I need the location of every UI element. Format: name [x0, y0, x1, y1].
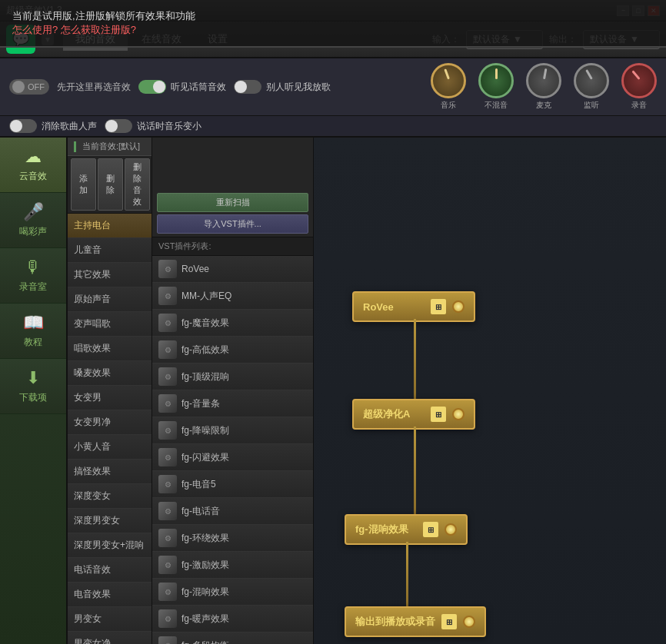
effect-card-label: fg-降噪限制	[181, 424, 229, 437]
remove-music-toggle-group: 消除歌曲人声	[9, 119, 97, 133]
effect-list-item[interactable]: 电音效果	[68, 583, 152, 607]
controls-top-row: OFF 先开这里再选音效 听见话筒音效 别人听见我放歌	[0, 58, 666, 116]
vst-effect-card[interactable]: ⚙fg-混响效果	[152, 579, 313, 606]
remove-music-switch[interactable]	[9, 119, 37, 133]
effect-list-item[interactable]: 女变男净	[68, 410, 152, 435]
list-toolbar: 添加 删除 删除音效	[68, 156, 152, 214]
effect-list-item[interactable]: 儿童音	[68, 238, 152, 263]
unmix-label: 不混音	[485, 100, 508, 111]
chain-node-settings-btn[interactable]: ⊞	[431, 407, 446, 422]
vst-effect-card[interactable]: ⚙fg-音量条	[152, 390, 313, 417]
vst-effect-card[interactable]: ⚙RoVee	[152, 256, 313, 283]
sidebar-item-cheer-label: 喝彩声	[19, 225, 47, 238]
effects-list-items: 主持电台儿童音其它效果原始声音变声唱歌唱歌效果嗓麦效果女变男女变男净小黄人音搞怪…	[68, 214, 152, 644]
effect-list-item[interactable]: 男变女	[68, 607, 152, 632]
effect-card-icon: ⚙	[158, 421, 177, 440]
chain-node-label: RoVee	[363, 301, 425, 313]
inner-layout: ☁ 云音效 🎤 喝彩声 🎙 录音室 📖 教程 ⬇ 下载项	[0, 138, 666, 644]
add-effect-button[interactable]: 添加	[71, 158, 96, 211]
chain-node-settings-btn[interactable]: ⊞	[441, 614, 457, 629]
effect-card-label: fg-混响效果	[181, 586, 229, 599]
sidebar-item-cheer[interactable]: 🎤 喝彩声	[0, 193, 66, 248]
hear-self-switch[interactable]	[138, 80, 166, 94]
import-vst-button[interactable]: 导入VST插件...	[157, 214, 308, 234]
effect-list-item[interactable]: 电话音效	[68, 558, 152, 583]
vst-effect-card[interactable]: ⚙fg-电音5	[152, 471, 313, 498]
chain-node-label: fg-混响效果	[355, 523, 417, 536]
effect-card-label: RoVee	[181, 264, 209, 274]
vst-effect-card[interactable]: ⚙fg-环绕效果	[152, 525, 313, 552]
sidebar-item-cloud-effects[interactable]: ☁ 云音效	[0, 138, 66, 193]
vst-effect-card[interactable]: ⚙fg-多段均衡	[152, 632, 313, 644]
music-label: 音乐	[441, 100, 456, 111]
effect-card-icon: ⚙	[158, 556, 177, 574]
delete-effect-button[interactable]: 删除	[98, 158, 123, 211]
power-toggle[interactable]: OFF	[9, 79, 49, 95]
sidebar-item-studio[interactable]: 🎙 录音室	[0, 248, 66, 304]
effect-list-item[interactable]: 小黄人音	[68, 435, 152, 460]
vst-effect-card[interactable]: ⚙fg-激励效果	[152, 552, 313, 579]
effect-list-item[interactable]: 唱歌效果	[68, 337, 152, 361]
effect-list-item[interactable]: 主持电台	[68, 214, 152, 238]
effect-list-item[interactable]: 嗓麦效果	[68, 361, 152, 386]
remove-music-label: 消除歌曲人声	[42, 120, 97, 133]
notif-bar: 当前音效:[默认]	[68, 138, 152, 156]
chain-node[interactable]: 输出到播放或录音 ⊞	[345, 606, 486, 637]
vst-effect-card[interactable]: ⚙fg-电话音	[152, 498, 313, 525]
vst-effect-card[interactable]: ⚙MM-人声EQ	[152, 283, 313, 310]
monitor-knob[interactable]	[574, 63, 609, 98]
effect-card-icon: ⚙	[158, 287, 177, 305]
chain-node[interactable]: RoVee ⊞	[352, 291, 475, 322]
effect-card-label: fg-电音5	[181, 478, 216, 491]
effect-list-item[interactable]: 深度变女	[68, 484, 152, 509]
hear-self-label: 听见话筒音效	[171, 81, 226, 94]
hear-others-switch[interactable]	[234, 80, 261, 94]
vst-effect-card[interactable]: ⚙fg-降噪限制	[152, 417, 313, 444]
effect-list-item[interactable]: 男变女净	[68, 632, 152, 644]
effect-list-item[interactable]: 深度男变女	[68, 509, 152, 533]
rescan-button[interactable]: 重新扫描	[157, 193, 308, 212]
unmix-knob[interactable]	[478, 63, 514, 98]
sidebar-item-tutorial[interactable]: 📖 教程	[0, 304, 66, 359]
off-label: OFF	[28, 82, 45, 91]
effect-card-icon: ⚙	[158, 583, 177, 601]
chain-panel: RoVee ⊞ 超级净化A ⊞ fg-混响效果 ⊞ 输出到播放或录音 ⊞	[314, 138, 666, 644]
chain-node-settings-btn[interactable]: ⊞	[423, 522, 438, 537]
effect-card-icon: ⚙	[158, 367, 177, 386]
meter-mic: 麦克	[526, 63, 561, 111]
vst-effect-card[interactable]: ⚙fg-顶级混响	[152, 363, 313, 390]
vst-plugin-list: ⚙RoVee⚙MM-人声EQ⚙fg-魔音效果⚙fg-高低效果⚙fg-顶级混响⚙f…	[152, 256, 313, 644]
mic-knob[interactable]	[526, 63, 561, 98]
music-knob[interactable]	[431, 63, 466, 98]
effect-list-item[interactable]: 变声唱歌	[68, 312, 152, 337]
meter-music: 音乐	[431, 63, 466, 111]
effect-list-item[interactable]: 搞怪效果	[68, 460, 152, 484]
record-knob[interactable]	[621, 63, 657, 98]
sidebar-item-download[interactable]: ⬇ 下载项	[0, 359, 66, 414]
effect-card-icon: ⚙	[158, 529, 177, 547]
mic-icon: 🎤	[23, 202, 44, 222]
chain-node[interactable]: fg-混响效果 ⊞	[345, 514, 468, 545]
effect-card-label: fg-音量条	[181, 397, 220, 410]
vst-effect-card[interactable]: ⚙fg-暖声效果	[152, 606, 313, 632]
talk-song-switch[interactable]	[105, 119, 132, 133]
effect-card-icon: ⚙	[158, 314, 177, 332]
chain-node[interactable]: 超级净化A ⊞	[352, 399, 475, 430]
effect-list-item[interactable]: 其它效果	[68, 263, 152, 287]
effect-list-item[interactable]: 女变男	[68, 386, 152, 410]
effect-list-item[interactable]: 原始声音	[68, 287, 152, 312]
vst-effect-card[interactable]: ⚙fg-魔音效果	[152, 310, 313, 337]
vst-effect-card[interactable]: ⚙fg-高低效果	[152, 337, 313, 363]
action-buttons: 重新扫描 导入VST插件...	[152, 190, 313, 237]
vst-effect-card[interactable]: ⚙fg-闪避效果	[152, 444, 313, 471]
download-icon: ⬇	[26, 368, 40, 388]
chain-node-settings-btn[interactable]: ⊞	[431, 299, 446, 314]
delete-audio-button[interactable]: 删除音效	[125, 158, 150, 211]
effect-card-label: fg-激励效果	[181, 559, 229, 572]
effect-card-icon: ⚙	[158, 260, 177, 278]
meter-group: 音乐 不混音 麦克 监	[431, 63, 657, 111]
effect-card-label: fg-暖声效果	[181, 612, 229, 626]
sidebar-item-studio-label: 录音室	[19, 281, 47, 294]
meter-record: 录音	[621, 63, 657, 111]
effect-list-item[interactable]: 深度男变女+混响	[68, 533, 152, 558]
